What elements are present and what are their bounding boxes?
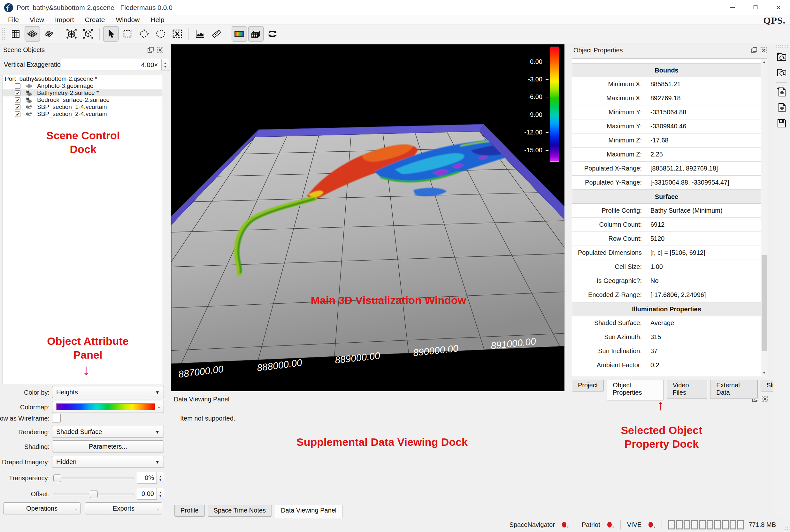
shading-parameters-button[interactable]: Parameters...: [52, 440, 164, 453]
device-status-spacenavigator[interactable]: SpaceNavigator▾: [509, 521, 569, 529]
color-by-dropdown[interactable]: Heights▼: [52, 386, 164, 398]
toolbar-drag-handle[interactable]: [2, 27, 5, 41]
offset-slider-thumb[interactable]: [90, 490, 98, 498]
select-cursor-button[interactable]: [103, 26, 118, 41]
profile-chart-button[interactable]: [192, 26, 208, 41]
property-label: Maximum X:: [572, 91, 645, 105]
draped-imagery-dropdown[interactable]: Hidden▼: [52, 456, 164, 468]
visibility-checkbox[interactable]: ✓: [15, 104, 20, 110]
device-status-vive[interactable]: VIVE▾: [627, 521, 656, 529]
tree-item[interactable]: ✓SBP_section_2-4.vcurtain: [3, 111, 162, 117]
rendering-label: Rendering:: [18, 426, 50, 438]
close-dock-icon[interactable]: [760, 47, 767, 54]
property-label: Minimum Y:: [572, 106, 645, 119]
rendering-dropdown[interactable]: Shaded Surface▼: [52, 426, 164, 438]
operations-button[interactable]: Operations˗: [3, 502, 80, 514]
property-table: BoundsMinimum X:885851.21Maximum X:89276…: [572, 59, 761, 376]
new-project-button[interactable]: [775, 50, 789, 64]
ellipse-select-button[interactable]: [153, 26, 168, 41]
colormap-dropdown[interactable]: ˗: [52, 401, 164, 413]
tree-item-label: SBP_section_2-4.vcurtain: [37, 111, 107, 117]
tab-video-files[interactable]: Video Files: [667, 380, 708, 399]
menu-file[interactable]: File: [3, 15, 24, 24]
tab-external-data[interactable]: External Data: [710, 380, 757, 399]
properties-dock-tabbar: ProjectObject PropertiesVideo FilesExter…: [572, 380, 790, 400]
device-label: VIVE: [627, 521, 642, 529]
3d-visualization-viewport[interactable]: 0.00-3.00-6.00-9.00-12.00-15.00 887000.0…: [171, 44, 564, 391]
close-dock-icon[interactable]: [157, 46, 164, 53]
scrollbar-thumb[interactable]: [761, 255, 767, 351]
offset-spinner[interactable]: ▲▼: [157, 488, 164, 500]
rotate-view-button[interactable]: [265, 26, 280, 41]
property-label: Maximum Y:: [572, 119, 645, 133]
zoom-extents-cube-button[interactable]: [80, 26, 96, 41]
property-table-scrollbar[interactable]: ▲ ▼: [761, 59, 767, 376]
colorbar-toggle-button[interactable]: [231, 26, 247, 41]
resize-grip[interactable]: [782, 524, 789, 531]
diamond-select-button[interactable]: [136, 26, 152, 41]
visibility-checkbox[interactable]: ✓: [15, 90, 20, 96]
maximize-button[interactable]: ☐: [744, 0, 767, 15]
clear-selection-button[interactable]: [170, 26, 185, 41]
tree-root-item[interactable]: Port_bathy&subbottom-2.qscene *: [3, 75, 162, 82]
property-value: [885851.21, 892769.18]: [645, 162, 761, 175]
transparency-slider-thumb[interactable]: [53, 474, 61, 482]
menu-create[interactable]: Create: [79, 15, 111, 24]
visibility-checkbox[interactable]: ✓: [15, 97, 20, 103]
transparency-slider[interactable]: [54, 477, 133, 479]
memory-gauge-segment: [730, 520, 736, 529]
tab-project[interactable]: Project: [572, 380, 604, 392]
offset-slider[interactable]: [54, 493, 133, 495]
open-scene-file-button[interactable]: [775, 100, 789, 115]
volume-box-toggle-button[interactable]: [248, 26, 264, 41]
float-dock-icon[interactable]: [751, 47, 757, 54]
tab-profile[interactable]: Profile: [174, 505, 205, 517]
tree-item[interactable]: ✓Bathymetry-2.surface *: [3, 90, 162, 96]
save-icon: [776, 118, 787, 129]
minimize-button[interactable]: ─: [721, 0, 744, 15]
save-button[interactable]: [775, 116, 789, 130]
draped-imagery-value: Hidden: [56, 458, 76, 466]
close-button[interactable]: ✕: [767, 0, 790, 15]
tilted-surface-view-button[interactable]: [41, 26, 57, 41]
toolbar-drag-handle[interactable]: [775, 44, 788, 48]
new-scene-file-button[interactable]: [775, 85, 789, 99]
section-header: Illumination Properties: [572, 302, 761, 316]
tree-item[interactable]: ✓Bedrock_surface-2.surface: [3, 96, 162, 103]
tab-space-time-notes[interactable]: Space Time Notes: [208, 505, 272, 517]
toolbar-separator: [60, 28, 60, 40]
visibility-checkbox[interactable]: ✓: [15, 111, 20, 117]
menu-view[interactable]: View: [24, 15, 50, 24]
menu-import[interactable]: Import: [50, 15, 79, 24]
menu-window[interactable]: Window: [111, 15, 145, 24]
zoom-extents-surface-button[interactable]: [64, 26, 79, 41]
tab-object-properties[interactable]: Object Properties: [607, 380, 663, 400]
transparency-spinbox[interactable]: 0%: [137, 472, 157, 484]
scroll-up-icon[interactable]: ▲: [761, 59, 767, 65]
open-project-button[interactable]: [775, 65, 789, 79]
tree-item[interactable]: Airphoto-3.geoimage: [3, 82, 162, 90]
vertical-exaggeration-spinner[interactable]: ▲▼: [162, 59, 169, 71]
property-label: Sun Azimuth:: [572, 330, 645, 344]
float-dock-icon[interactable]: [147, 46, 154, 53]
visibility-checkbox[interactable]: [15, 83, 20, 89]
offset-spinbox[interactable]: 0.00: [137, 488, 157, 500]
vertical-exaggeration-input[interactable]: 4.00×: [61, 59, 162, 71]
plan-view-grid-button[interactable]: [8, 26, 23, 41]
app-logo-icon: [4, 3, 14, 13]
tree-item[interactable]: ✓SBP_section_1-4.vcurtain: [3, 103, 162, 111]
property-row: Minimum Y:-3315064.88: [572, 106, 761, 119]
scroll-down-icon[interactable]: ▼: [761, 370, 767, 376]
transparency-spinner[interactable]: ▲▼: [157, 472, 164, 484]
toolbar-separator: [188, 28, 189, 40]
flat-surface-view-button[interactable]: [24, 26, 40, 41]
device-status-patriot[interactable]: Patriot▾: [582, 521, 614, 529]
menu-help[interactable]: Help: [145, 15, 170, 24]
exports-button[interactable]: Exports˗: [85, 502, 162, 514]
surface-locked-icon: [25, 90, 33, 96]
tab-data-viewing-panel[interactable]: Data Viewing Panel: [275, 505, 342, 518]
volume-box-toggle-icon: [250, 28, 262, 39]
measure-ruler-button[interactable]: [209, 26, 224, 41]
wireframe-checkbox[interactable]: [52, 414, 61, 422]
rectangle-select-button[interactable]: [120, 26, 135, 41]
